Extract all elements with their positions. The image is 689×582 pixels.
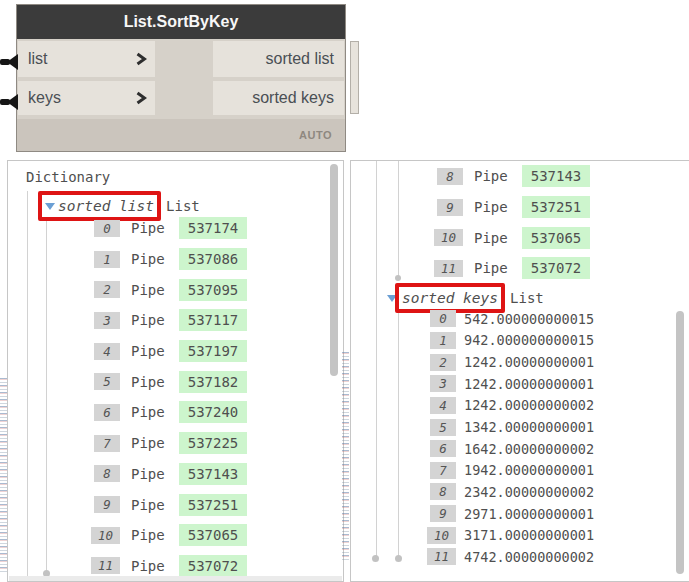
output-port-label: sorted keys [252,89,334,107]
list-item: 3 Pipe 537117 [8,305,343,336]
item-value-badge: 537225 [179,432,248,454]
item-type-label: Pipe [131,497,165,513]
item-index-badge: 7 [94,435,120,452]
scrollbar-thumb[interactable] [676,311,684,574]
item-index-badge: 8 [437,168,463,185]
output-port-label: sorted list [266,50,334,68]
item-value-badge: 537197 [179,340,248,362]
item-type-label: Pipe [131,435,165,451]
item-type-label: Pipe [131,282,165,298]
wire-connector-list-icon[interactable] [0,54,18,70]
sorted-list-tail-items: 8 Pipe 537143 9 Pipe 537251 10 Pipe 5370… [351,161,689,284]
item-index-badge: 9 [437,199,463,216]
key-value: 1242.00000000001 [464,354,594,370]
item-index-badge: 3 [94,312,120,329]
item-index-badge: 4 [94,343,120,360]
item-value-badge: 537072 [179,555,248,577]
item-index-badge: 5 [94,373,120,390]
output-port-sorted-list[interactable]: sorted list [213,41,344,77]
item-value-badge: 537174 [179,217,248,239]
list-item: 7 Pipe 537225 [8,428,343,459]
item-type-label: Pipe [474,230,508,246]
item-value-badge: 537143 [179,463,248,485]
item-index-badge: 8 [94,465,120,482]
item-value-badge: 537072 [522,257,591,279]
dictionary-root-label[interactable]: Dictionary [26,169,110,185]
key-value: 1342.00000000001 [464,419,594,435]
list-item: 6 Pipe 537240 [8,397,343,428]
item-type-label: Pipe [131,312,165,328]
lacing-mode-button[interactable]: AUTO [299,119,332,151]
output-port-sorted-keys[interactable]: sorted keys [213,81,344,115]
branch-label: sorted keys [402,290,498,306]
key-item: 10 3171.00000000001 [351,524,689,546]
key-item: 5 1342.00000000001 [351,416,689,438]
wire-connector-keys-icon[interactable] [0,94,18,110]
minified-text-artifact [342,352,349,560]
input-port-list[interactable]: list [18,41,155,77]
key-item: 7 1942.00000000001 [351,459,689,481]
sorted-list-items: 0 Pipe 537174 1 Pipe 537086 2 Pipe 53709… [8,213,343,581]
item-index-badge: 5 [430,419,456,436]
list-item: 8 Pipe 537143 [8,459,343,490]
node-list-sortbykey[interactable]: List.SortByKey list keys sorted list sor… [17,5,345,151]
key-item: 2 1242.00000000001 [351,351,689,373]
item-index-badge: 11 [91,557,120,574]
branch-type-label: List [510,290,544,306]
minified-text-artifact [0,378,7,572]
collapse-expander-icon[interactable] [45,203,55,210]
key-item: 0 542.000000000015 [351,308,689,330]
item-value-badge: 537182 [179,371,248,393]
branch-type-label: List [166,198,200,214]
key-item: 11 4742.00000000002 [351,546,689,568]
item-type-label: Pipe [474,168,508,184]
item-index-badge: 10 [434,229,463,246]
key-value: 1242.00000000002 [464,397,594,413]
key-item: 1 942.000000000015 [351,330,689,352]
item-index-badge: 9 [430,505,456,522]
input-port-label: list [28,50,48,68]
list-item: 1 Pipe 537086 [8,244,343,275]
item-index-badge: 10 [427,527,456,544]
scrollbar-thumb[interactable] [330,164,338,376]
item-type-label: Pipe [131,404,165,420]
list-item: 10 Pipe 537065 [351,222,689,253]
list-item: 0 Pipe 537174 [8,213,343,244]
key-value: 942.000000000015 [464,332,594,348]
item-index-badge: 1 [430,332,456,349]
list-item: 4 Pipe 537197 [8,336,343,367]
key-value: 3171.00000000001 [464,527,594,543]
key-item: 8 2342.00000000002 [351,481,689,503]
key-value: 2342.00000000002 [464,484,594,500]
horizontal-scrollbar-track[interactable] [9,576,342,581]
list-item: 5 Pipe 537182 [8,366,343,397]
preview-panel-sorted-list: Dictionary sorted list List 0 Pipe 53717… [7,160,344,582]
item-type-label: Pipe [131,527,165,543]
item-index-badge: 3 [430,375,456,392]
key-item: 9 2971.00000000001 [351,503,689,525]
key-value: 1242.00000000001 [464,376,594,392]
key-value: 4742.00000000002 [464,549,594,565]
item-index-badge: 6 [430,440,456,457]
item-index-badge: 10 [91,527,120,544]
sorted-keys-items: 0 542.000000000015 1 942.000000000015 2 … [351,308,689,568]
item-index-badge: 0 [430,310,456,327]
item-type-label: Pipe [131,558,165,574]
input-port-keys[interactable]: keys [18,81,155,115]
item-index-badge: 11 [427,548,456,565]
item-type-label: Pipe [474,260,508,276]
preview-panel-sorted-keys: 8 Pipe 537143 9 Pipe 537251 10 Pipe 5370… [350,160,689,582]
chevron-right-icon [135,51,147,67]
list-item: 9 Pipe 537251 [8,489,343,520]
item-value-badge: 537117 [179,309,248,331]
key-item: 6 1642.00000000002 [351,438,689,460]
key-value: 542.000000000015 [464,311,594,327]
adjacent-element-sliver [350,41,359,114]
node-title[interactable]: List.SortByKey [17,5,345,39]
item-value-badge: 537251 [522,196,591,218]
chevron-right-icon [135,90,147,106]
item-value-badge: 537086 [179,248,248,270]
node-footer-bar: AUTO [17,119,345,151]
dynamo-canvas: { "node": { "title": "List.SortByKey", "… [0,0,689,582]
item-index-badge: 2 [430,354,456,371]
